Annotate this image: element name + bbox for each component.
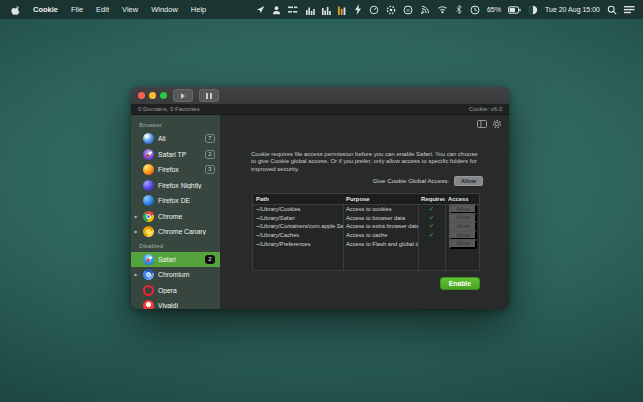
traffic-lights xyxy=(138,92,167,99)
bluetooth-icon[interactable] xyxy=(455,4,463,15)
wifi-icon[interactable] xyxy=(437,4,448,15)
column-access: Access xyxy=(445,196,481,202)
required-checkmark: ✓ xyxy=(418,222,445,230)
menu-edit[interactable]: Edit xyxy=(96,5,109,14)
sidebar-item-vivaldi[interactable]: Vivaldi xyxy=(131,298,220,309)
sidebar-item-opera[interactable]: Opera xyxy=(131,283,220,299)
window-statusbar: 0 Domains, 0 Favorites Cookie: v6.0 xyxy=(131,104,509,115)
chrome-canary-icon xyxy=(143,226,154,237)
bolt-icon[interactable] xyxy=(354,4,362,15)
menu-clock[interactable]: Tue 20 Aug 15:00 xyxy=(545,6,600,13)
count-badge: 7 xyxy=(205,134,215,143)
bar-meter-icon[interactable] xyxy=(306,4,315,15)
window-titlebar[interactable] xyxy=(131,87,509,104)
global-access-label: Give Cookie Global Access: xyxy=(373,177,449,184)
signal-waves-icon[interactable] xyxy=(420,4,430,15)
folder-access-table: Path Purpose Required Access ~/Library/C… xyxy=(252,193,480,271)
battery-icon[interactable] xyxy=(508,4,521,15)
enable-button[interactable]: Enable xyxy=(440,277,480,290)
permission-intro-text: Cookie requires file access permission b… xyxy=(251,151,483,173)
dial-icon[interactable] xyxy=(369,4,379,15)
menu-bar: Cookie File Edit View Window Help xyxy=(0,0,643,19)
app-version: Cookie: v6.0 xyxy=(469,106,502,112)
play-icon xyxy=(181,93,185,99)
count-badge: 3 xyxy=(205,165,215,174)
sidebar-item-firefox-nightly[interactable]: Firefox Nightly xyxy=(131,178,220,194)
zoom-button[interactable] xyxy=(160,92,167,99)
menu-window[interactable]: Window xyxy=(151,5,178,14)
cpu-usage-readout-icon[interactable] xyxy=(288,4,299,15)
pause-icon xyxy=(206,93,211,99)
browser-sidebar: Browser All 7 Safari TP 2 Firefox xyxy=(131,115,220,309)
moon-toggle-icon[interactable] xyxy=(528,4,538,15)
cookie-app-window: 0 Domains, 0 Favorites Cookie: v6.0 Brow… xyxy=(131,87,509,309)
row-path: ~/Library/Safari xyxy=(253,215,343,221)
pause-button[interactable] xyxy=(199,89,219,102)
safari-tp-icon xyxy=(143,149,154,160)
row-path: ~/Library/Containers/com.apple.Safa xyxy=(253,223,343,229)
minimize-button[interactable] xyxy=(149,92,156,99)
svg-text:n: n xyxy=(406,7,409,13)
search-icon[interactable] xyxy=(607,4,617,15)
gear-icon[interactable] xyxy=(492,118,502,129)
desktop: Cookie File Edit View Window Help xyxy=(0,0,643,402)
gear-dot-icon[interactable] xyxy=(386,4,396,15)
sidebar-item-safari-tp[interactable]: Safari TP 2 xyxy=(131,147,220,163)
firefox-icon xyxy=(143,164,154,175)
menu-app-name[interactable]: Cookie xyxy=(33,5,58,14)
fan-icon[interactable]: n xyxy=(403,4,413,15)
menu-bar-left: Cookie File Edit View Window Help xyxy=(0,4,206,15)
row-path: ~/Library/Cookies xyxy=(253,206,343,212)
column-required: Required xyxy=(418,196,445,202)
sidebar-section-disabled: Disabled xyxy=(131,240,220,252)
global-allow-button[interactable]: Allow xyxy=(454,176,483,186)
menu-file[interactable]: File xyxy=(71,5,83,14)
disclosure-triangle-icon[interactable]: ▶ xyxy=(133,209,139,224)
row-path: ~/Library/Caches xyxy=(253,232,343,238)
clock-icon[interactable] xyxy=(470,4,480,15)
panel-toggle-icon[interactable] xyxy=(477,118,487,129)
battery-percent: 65% xyxy=(487,6,501,13)
sidebar-item-firefox-de[interactable]: Firefox DE xyxy=(131,193,220,209)
row-purpose: Access to browser data xyxy=(343,215,418,221)
disclosure-triangle-icon[interactable]: ▶ xyxy=(133,267,139,282)
count-badge: 2 xyxy=(205,150,215,159)
menu-help[interactable]: Help xyxy=(191,5,206,14)
location-arrow-icon[interactable] xyxy=(256,4,265,15)
vivaldi-icon xyxy=(143,300,154,309)
sidebar-item-chromium[interactable]: ▶ Chromium xyxy=(131,267,220,283)
chromium-icon xyxy=(143,269,154,280)
row-purpose: Access to cookies xyxy=(343,206,418,212)
globe-icon xyxy=(143,133,154,144)
menu-view[interactable]: View xyxy=(122,5,138,14)
menu-bar-status: n 65% Tue 20 Aug 15:00 xyxy=(256,4,643,15)
required-checkmark: ✓ xyxy=(418,205,445,213)
bar-meter-icon[interactable] xyxy=(322,4,331,15)
row-purpose: Access to extra browser data xyxy=(343,223,418,229)
sidebar-item-firefox[interactable]: Firefox 3 xyxy=(131,162,220,178)
sidebar-section-browser: Browser xyxy=(131,119,220,131)
sidebar-item-chrome-canary[interactable]: ▶ Chrome Canary xyxy=(131,224,220,240)
apple-icon[interactable] xyxy=(10,4,20,15)
required-checkmark: ✓ xyxy=(418,231,445,239)
chrome-icon xyxy=(143,211,154,222)
sidebar-item-all[interactable]: All 7 xyxy=(131,131,220,147)
bar-meter-orange-icon[interactable] xyxy=(338,4,347,15)
safari-icon xyxy=(143,254,154,265)
close-button[interactable] xyxy=(138,92,145,99)
firefox-de-icon xyxy=(143,195,154,206)
sidebar-item-chrome[interactable]: ▶ Chrome xyxy=(131,209,220,225)
sidebar-item-safari[interactable]: Safari 2 xyxy=(131,252,220,268)
row-allow-button[interactable]: Allow xyxy=(449,239,478,249)
user-icon[interactable] xyxy=(272,4,281,15)
play-button[interactable] xyxy=(173,89,193,102)
column-path: Path xyxy=(253,196,343,202)
firefox-nightly-icon xyxy=(143,180,154,191)
count-badge: 2 xyxy=(205,255,215,264)
row-purpose: Access to Flash and global dow xyxy=(343,241,418,247)
disclosure-triangle-icon[interactable]: ▶ xyxy=(133,224,139,239)
list-icon[interactable] xyxy=(624,4,635,15)
main-panel: Cookie requires file access permission b… xyxy=(220,115,509,309)
row-path: ~/Library/Preferences xyxy=(253,241,343,247)
domains-favorites-count: 0 Domains, 0 Favorites xyxy=(138,106,200,112)
